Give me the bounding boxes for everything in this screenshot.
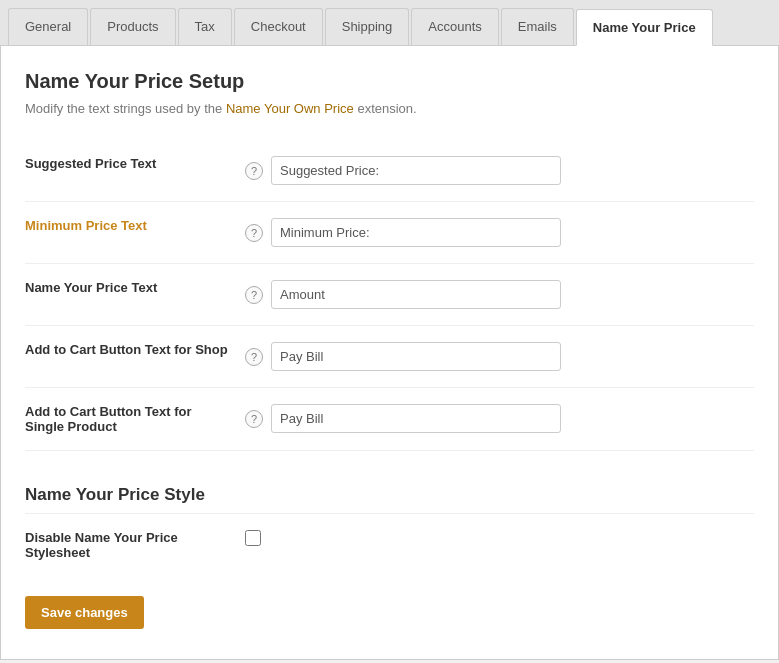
extension-link[interactable]: Name Your Own Price bbox=[226, 101, 354, 116]
settings-form: Suggested Price Text ? Minimum Price Tex… bbox=[25, 140, 754, 576]
row-suggested-price: Suggested Price Text ? bbox=[25, 140, 754, 202]
help-icon-add-to-cart-shop[interactable]: ? bbox=[245, 348, 263, 366]
row-add-to-cart-single: Add to Cart Button Text for Single Produ… bbox=[25, 388, 754, 451]
tab-products[interactable]: Products bbox=[90, 8, 175, 45]
checkbox-disable-stylesheet[interactable] bbox=[245, 530, 261, 546]
input-suggested-price[interactable] bbox=[271, 156, 561, 185]
tabs-nav: General Products Tax Checkout Shipping A… bbox=[0, 0, 779, 46]
style-section-heading: Name Your Price Style bbox=[25, 485, 754, 505]
input-name-your-price-text[interactable] bbox=[271, 280, 561, 309]
label-disable-stylesheet: Disable Name Your Price Stylesheet bbox=[25, 514, 245, 577]
label-suggested-price: Suggested Price Text bbox=[25, 140, 245, 202]
tab-checkout[interactable]: Checkout bbox=[234, 8, 323, 45]
field-row-add-to-cart-shop: ? bbox=[245, 342, 754, 371]
tab-name-your-price[interactable]: Name Your Price bbox=[576, 9, 713, 46]
tab-accounts[interactable]: Accounts bbox=[411, 8, 498, 45]
help-icon-name-your-price-text[interactable]: ? bbox=[245, 286, 263, 304]
input-minimum-price[interactable] bbox=[271, 218, 561, 247]
save-button[interactable]: Save changes bbox=[25, 596, 144, 629]
row-name-your-price-text: Name Your Price Text ? bbox=[25, 264, 754, 326]
tab-general[interactable]: General bbox=[8, 8, 88, 45]
page-subtitle: Modify the text strings used by the Name… bbox=[25, 101, 754, 116]
page-title: Name Your Price Setup bbox=[25, 70, 754, 93]
input-add-to-cart-single[interactable] bbox=[271, 404, 561, 433]
tab-emails[interactable]: Emails bbox=[501, 8, 574, 45]
label-minimum-price: Minimum Price Text bbox=[25, 202, 245, 264]
label-add-to-cart-single: Add to Cart Button Text for Single Produ… bbox=[25, 388, 245, 451]
tab-shipping[interactable]: Shipping bbox=[325, 8, 410, 45]
row-minimum-price: Minimum Price Text ? bbox=[25, 202, 754, 264]
field-row-suggested-price: ? bbox=[245, 156, 754, 185]
field-row-minimum-price: ? bbox=[245, 218, 754, 247]
help-icon-add-to-cart-single[interactable]: ? bbox=[245, 410, 263, 428]
help-icon-suggested-price[interactable]: ? bbox=[245, 162, 263, 180]
input-add-to-cart-shop[interactable] bbox=[271, 342, 561, 371]
field-row-name-your-price-text: ? bbox=[245, 280, 754, 309]
row-style-section: Name Your Price Style bbox=[25, 451, 754, 514]
field-row-add-to-cart-single: ? bbox=[245, 404, 754, 433]
tab-tax[interactable]: Tax bbox=[178, 8, 232, 45]
row-disable-stylesheet: Disable Name Your Price Stylesheet bbox=[25, 514, 754, 577]
help-icon-minimum-price[interactable]: ? bbox=[245, 224, 263, 242]
label-add-to-cart-shop: Add to Cart Button Text for Shop bbox=[25, 326, 245, 388]
row-add-to-cart-shop: Add to Cart Button Text for Shop ? bbox=[25, 326, 754, 388]
label-name-your-price-text: Name Your Price Text bbox=[25, 264, 245, 326]
content-area: Name Your Price Setup Modify the text st… bbox=[0, 46, 779, 660]
